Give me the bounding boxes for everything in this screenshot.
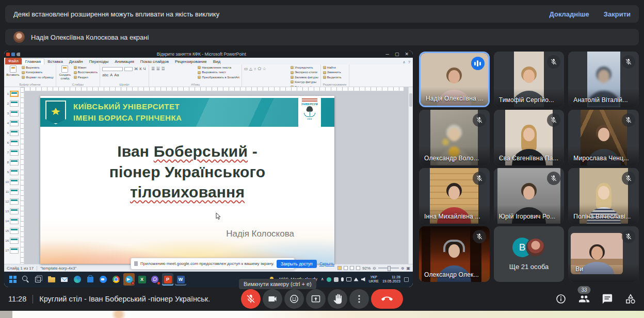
participant-name: Надія Олексіївна ... [426,95,484,102]
meet-bottom-bar: 11:28 Круглий стіл - Іван Боберський -пі… [0,287,644,311]
participant-tile[interactable]: Надія Олексіївна ... [419,52,490,107]
ribbon-group: Создать слайдМакетВосстановитьРазделСлай… [56,64,100,87]
universum-badge-title: УНІВЕРСУМ [301,103,318,106]
ribbon-group: НайтиЗаменитьВыделитьРедактирование [321,64,349,87]
system-tray: ∧ [321,277,365,282]
camera-button[interactable] [263,289,282,309]
meeting-info: 11:28 Круглий стіл - Іван Боберський -пі… [8,287,210,311]
participant-tile[interactable]: Юрій Ігорович Ро... [494,168,565,224]
taskbar-icon-excel: X [136,273,148,286]
reactions-button[interactable] [284,289,304,309]
activities-button[interactable] [624,293,637,305]
normal-view-icon [337,266,342,270]
slide-thumbnail-10: 10 [5,177,19,187]
leave-call-button[interactable] [371,289,403,309]
taskbar-icon-telegram [123,273,135,286]
details-link[interactable]: Докладніше [550,10,589,18]
ppt-tab-8: Рецензирование [172,59,210,64]
ppt-quick-access-toolbar [6,53,20,56]
powerpoint-app-icon [6,53,10,56]
slide-thumbnail-4: 4 [5,118,19,128]
tray-expand-icon: ∧ [321,277,324,281]
ppt-tab-1: Файл [5,58,22,64]
ribbon-big-button: Вставить [6,65,20,82]
sorter-view-icon [344,266,348,270]
slide-thumbnail-9: 9 [5,167,19,177]
taskbar-clock: 11:28 19.05.2023 [382,275,400,284]
ribbon-small-button: Формат по образцу [22,75,54,79]
slide-thumbnail-1: 1 [5,89,19,98]
university-logo [45,101,66,124]
ribbon-small-button: Заменить [323,70,342,74]
taskbar-icon-taskview [33,273,44,286]
camera-tooltip: Вимкнути камеру (ctrl + e) [239,279,316,289]
screen-share-toast: Приложению meet.google.com предоставлен … [131,258,295,270]
slideshow-view-icon [356,266,360,270]
ribbon-small-button: Направление текста [198,65,239,70]
notification-center-icon [404,277,409,282]
taskbar-icon-word: W [175,273,186,286]
participant-tile[interactable]: Анатолій Віталій... [568,52,639,107]
chat-button[interactable] [601,293,614,305]
ppt-view-zoom-controls: 92% ⊖ ⊕ ▣ [337,266,410,271]
ribbon-small-button: Найти [323,65,342,70]
taskbar-icon-edge [72,273,83,286]
participant-tile[interactable]: Олександр Воло... [419,110,490,165]
taskbar-icon-viber [149,273,160,286]
ribbon-group: ЖКЧabcAAaШрифт [100,64,149,87]
taskbar-app-icons: XPW [7,273,186,286]
onedrive-tray-icon [334,277,339,282]
participant-tile[interactable]: Поліна Вячеславі... [568,168,639,224]
call-controls [241,289,403,309]
ppt-tab-9: Вид [210,59,223,64]
hide-toast-link: Скрыть [319,261,334,266]
slide: КИЇВСЬКИЙ УНІВЕРСИТЕТ ІМЕНІ БОРИСА ГРІНЧ… [40,96,334,264]
window-controls: ─ ▢ ✕ [386,52,409,57]
participant-tile[interactable]: Тимофій Сергійо... [494,52,565,107]
horizontal-ruler [24,87,404,91]
slide-thumbnail-15: 15 [5,226,19,236]
vertical-ruler [21,87,24,264]
ppt-tab-3: Вставка [44,59,66,64]
open-book-icon [304,113,315,117]
ppt-tab-6: Анимация [111,59,137,64]
close-window-icon: ✕ [405,52,409,57]
ribbon-small-button: Преобразовать в SmartArt [198,75,239,79]
participant-count-badge: 33 [577,286,590,294]
meeting-details-button[interactable] [555,293,567,305]
participant-name: Олександр Олек... [424,271,479,278]
participant-tile[interactable]: Олександр Олек... [419,226,490,282]
presenting-banner: Надія Олексіївна Колоскова на екрані [5,29,639,45]
ribbon-small-button: Раздел [74,75,98,79]
self-tile[interactable]: Ви [568,226,639,282]
taskbar-icon-mail [59,273,70,286]
present-button[interactable] [306,289,326,309]
raise-hand-button[interactable] [328,289,347,309]
ppt-ribbon-tabs: ФайлГлавнаяВставкаДизайнПереходыАнимация… [4,58,413,64]
taskbar-icon-start [7,273,19,286]
taskbar-icon-chrome [110,273,122,286]
ribbon-small-button: Экспресс-стили [291,70,318,74]
zoom-slider [378,267,399,269]
overflow-tile[interactable]: BЩе 21 особа [494,226,565,282]
microphone-muted-button[interactable] [241,289,261,309]
ribbon-small-button: Макет [74,65,98,70]
slide-counter: Слайд 1 из 17 [7,266,34,271]
slide-thumbnail-13: 13 [5,206,19,216]
participant-tile[interactable]: Єва Євгеніївна Па... [494,110,565,165]
close-link[interactable]: Закрити [604,10,631,18]
participant-name: Анатолій Віталій... [573,96,627,104]
volume-tray-icon [361,277,365,281]
participant-name: Мирослава Ченц... [573,155,629,162]
ribbon-collapse-help: ∧ ? [403,60,410,64]
language-indicator: УКР UKRE [369,275,379,284]
overflow-avatar-photo [526,238,545,257]
participant-name: Юрій Ігорович Ро... [499,213,556,220]
participant-tile[interactable]: Інна Михайлівна ... [419,168,490,224]
more-options-button[interactable] [349,289,369,309]
participant-tile[interactable]: Мирослава Ченц... [568,110,639,165]
ribbon-big-button: Создать слайд [58,65,72,82]
zoom-in-icon: ⊕ [401,266,405,271]
taskbar-icon-powerpoint: P [162,273,173,286]
people-button[interactable]: 33 [578,293,590,305]
